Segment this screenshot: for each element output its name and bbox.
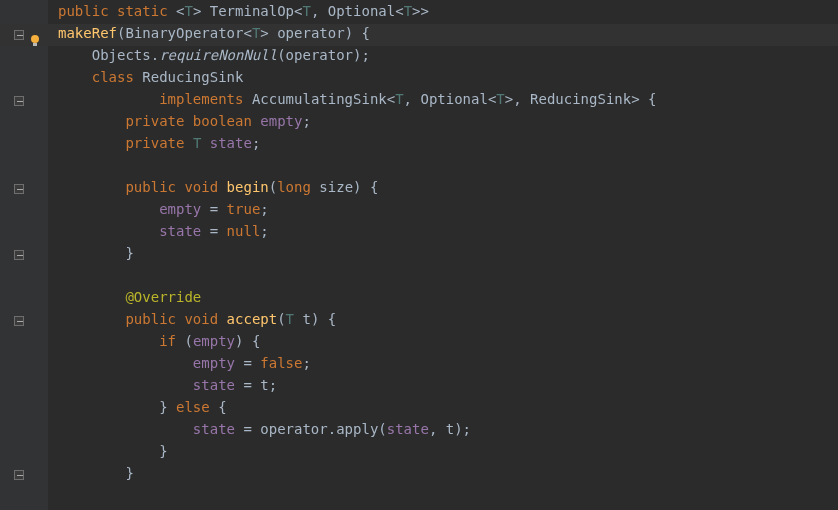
code-line[interactable]: @Override bbox=[58, 286, 656, 308]
code-line[interactable]: empty = true; bbox=[58, 198, 656, 220]
code-line[interactable]: empty = false; bbox=[58, 352, 656, 374]
code-line[interactable]: } bbox=[58, 242, 656, 264]
fold-toggle-icon[interactable] bbox=[14, 250, 24, 260]
code-line[interactable] bbox=[58, 154, 656, 176]
fold-toggle-icon[interactable] bbox=[14, 30, 24, 40]
code-line[interactable]: class ReducingSink bbox=[58, 66, 656, 88]
code-line[interactable]: makeRef(BinaryOperator<T> operator) { bbox=[58, 22, 656, 44]
code-line[interactable]: } bbox=[58, 462, 656, 484]
code-line[interactable]: Objects.requireNonNull(operator); bbox=[58, 44, 656, 66]
code-line[interactable]: public static <T> TerminalOp<T, Optional… bbox=[58, 0, 656, 22]
editor-gutter bbox=[0, 0, 48, 510]
intention-bulb-icon[interactable] bbox=[28, 34, 42, 48]
fold-toggle-icon[interactable] bbox=[14, 470, 24, 480]
code-line[interactable]: state = t; bbox=[58, 374, 656, 396]
code-line[interactable]: if (empty) { bbox=[58, 330, 656, 352]
fold-toggle-icon[interactable] bbox=[14, 316, 24, 326]
code-line[interactable]: state = operator.apply(state, t); bbox=[58, 418, 656, 440]
code-line[interactable]: } bbox=[58, 440, 656, 462]
code-line[interactable]: private T state; bbox=[58, 132, 656, 154]
code-line[interactable]: implements AccumulatingSink<T, Optional<… bbox=[58, 88, 656, 110]
code-area[interactable]: public static <T> TerminalOp<T, Optional… bbox=[58, 0, 656, 484]
code-line[interactable]: public void begin(long size) { bbox=[58, 176, 656, 198]
code-line[interactable]: } else { bbox=[58, 396, 656, 418]
fold-toggle-icon[interactable] bbox=[14, 184, 24, 194]
code-line[interactable]: private boolean empty; bbox=[58, 110, 656, 132]
code-line[interactable]: state = null; bbox=[58, 220, 656, 242]
svg-rect-1 bbox=[33, 43, 37, 46]
fold-toggle-icon[interactable] bbox=[14, 96, 24, 106]
code-line[interactable]: public void accept(T t) { bbox=[58, 308, 656, 330]
fold-ribbon bbox=[48, 0, 54, 510]
code-line[interactable] bbox=[58, 264, 656, 286]
svg-point-0 bbox=[31, 35, 39, 43]
